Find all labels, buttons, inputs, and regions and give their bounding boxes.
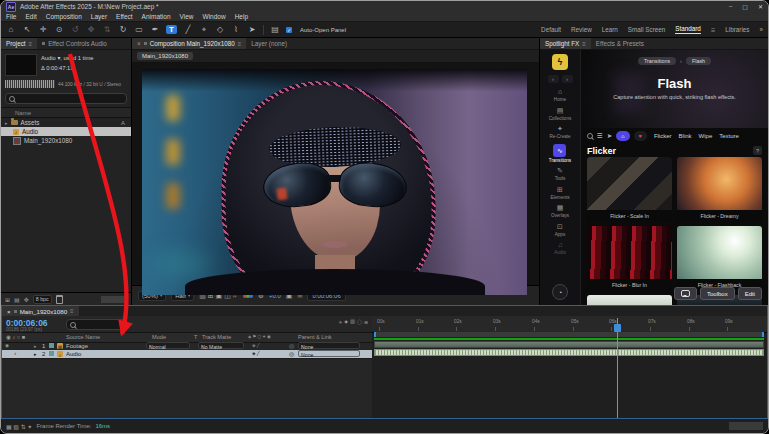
workspace-menu-icon[interactable]: ☰ (711, 27, 715, 33)
column-parent-link[interactable]: Parent & Link (298, 334, 332, 340)
tab-effect-controls[interactable]: Effect Controls Audio (37, 38, 112, 49)
mask-shape-tool-icon[interactable]: ▭ (134, 25, 144, 34)
sidebar-item-apps[interactable]: ⊡ Apps (555, 223, 565, 237)
cursor-icon[interactable]: ➤ (607, 132, 612, 140)
hand-tool-icon[interactable]: ✛ (38, 25, 48, 34)
panel-menu-icon[interactable]: ≡ (70, 308, 74, 314)
filter-tab-texture[interactable]: Texture (719, 133, 739, 139)
menu-layer[interactable]: Layer (91, 13, 107, 20)
menu-file[interactable]: File (6, 13, 16, 20)
brush-tool-icon[interactable]: ╱ (183, 25, 193, 34)
timeline-search-input[interactable] (66, 319, 128, 330)
filter-tab-flicker[interactable]: Flicker (654, 133, 672, 139)
sidebar-item-elements[interactable]: ⊞ Elements (550, 186, 569, 200)
audio-toggle-icon[interactable]: ♪ (14, 350, 16, 358)
bit-depth-button[interactable]: 8 bpc (33, 295, 52, 304)
parent-pickwhip-icon[interactable]: ◎ (289, 342, 294, 350)
tab-layer[interactable]: Layer (none) (246, 38, 292, 49)
workspace-overflow-icon[interactable]: » (759, 26, 763, 33)
breadcrumb-flash[interactable]: Flash (686, 57, 711, 65)
menu-composition[interactable]: Composition (46, 13, 82, 20)
orbit-camera-tool-icon[interactable]: ↺ (70, 25, 80, 34)
layer-color-swatch[interactable] (49, 351, 54, 356)
time-ruler[interactable]: 00s 01s 02s 03s 04s 05s 06s 07s 08s 09s (372, 316, 767, 333)
column-source-name[interactable]: Source Name (66, 334, 100, 340)
status-toggle-icons[interactable]: ▦ ▧ ⇅ ✦ (6, 423, 32, 430)
column-mode[interactable]: Mode (152, 334, 166, 340)
eraser-tool-icon[interactable]: ◇ (215, 25, 225, 34)
puppet-pin-tool-icon[interactable]: ➤ (247, 25, 257, 34)
favorites-button[interactable]: ♥ (634, 131, 647, 141)
workspace-standard[interactable]: Standard (675, 25, 701, 34)
maximize-icon[interactable]: ▢ (742, 3, 748, 10)
blend-mode-dropdown[interactable]: Normal▾ (146, 342, 190, 349)
roto-brush-tool-icon[interactable]: ⌇ (231, 25, 241, 34)
toolbox-button[interactable]: Toolbox (700, 287, 735, 300)
sidebar-item-collections[interactable]: ▤ Collections (549, 107, 571, 121)
edit-button[interactable]: Edit (738, 287, 762, 300)
dolly-camera-tool-icon[interactable]: ⇅ (102, 25, 112, 34)
back-icon[interactable]: ‹ (548, 75, 559, 83)
zoom-tool-icon[interactable]: ⊙ (54, 25, 64, 34)
breadcrumb-transitions[interactable]: Transitions (638, 57, 676, 65)
sidebar-item-audio[interactable]: ♫ Audio (554, 241, 566, 255)
menu-help[interactable]: Help (235, 13, 248, 20)
trash-icon[interactable] (56, 295, 63, 304)
rotation-tool-icon[interactable]: ↻ (118, 25, 128, 34)
viewer-comp-tab[interactable]: Main_1920x1080 (137, 52, 193, 60)
interpret-footage-icon[interactable]: ⊞ (5, 296, 10, 303)
feedback-chat-button[interactable] (674, 287, 697, 300)
tab-timeline-comp[interactable]: × Main_1920x1080 ≡ (2, 306, 79, 316)
panel-menu-icon[interactable]: ≡ (238, 41, 242, 47)
close-tab-icon[interactable]: × (7, 308, 11, 315)
layer-name[interactable]: Footage (66, 342, 88, 350)
flash-category-button[interactable]: ⌂ (616, 131, 629, 141)
sidebar-item-home[interactable]: ⌂ Home (554, 88, 566, 102)
preset-card-flashback[interactable]: Flicker - Flashback (677, 226, 762, 290)
workspace-small-screen[interactable]: Small Screen (628, 26, 665, 33)
layer-color-swatch[interactable] (49, 343, 54, 348)
sidebar-item-overlays[interactable]: ▦ Overlays (551, 204, 569, 218)
search-icon[interactable] (587, 133, 593, 139)
new-folder-icon[interactable]: ▤ (14, 296, 20, 303)
timeline-option-icons[interactable]: ⌖ ✦ ▦ ◇ ⊞ (339, 319, 368, 326)
quality-switch-icon[interactable]: ◈ ╱ (252, 350, 260, 358)
layer-row-audio[interactable]: ♪ ▸ 2 ♪ Audio ◈ ╱ ◎ None▾ (2, 350, 372, 359)
playhead-handle[interactable] (614, 324, 621, 332)
account-avatar[interactable]: ◔ (552, 284, 568, 300)
pen-tool-icon[interactable]: ✒ (150, 25, 160, 34)
sliders-icon[interactable]: ☰ (597, 132, 603, 140)
sidebar-item-tools[interactable]: ✎ Tools (555, 167, 566, 181)
spotlight-logo-icon[interactable]: ϟ (552, 54, 568, 70)
filter-tab-blink[interactable]: Blink (679, 133, 692, 139)
layer-name[interactable]: Audio (66, 350, 81, 358)
filter-tab-wipe[interactable]: Wipe (699, 133, 713, 139)
tab-effects-presets[interactable]: Effects & Presets (591, 38, 649, 49)
menu-window[interactable]: Window (203, 13, 226, 20)
type-tool-icon[interactable]: T (166, 25, 177, 34)
panel-resize-grip[interactable] (101, 296, 127, 303)
workspace-default[interactable]: Default (541, 26, 561, 33)
project-name-column-header[interactable]: Name (1, 107, 131, 118)
workspace-review[interactable]: Review (571, 26, 592, 33)
playhead-line[interactable] (617, 318, 618, 418)
panel-menu-icon[interactable]: ≡ (29, 41, 33, 47)
tab-project[interactable]: Project ≡ (1, 38, 37, 49)
eye-icon[interactable]: ◉ (5, 342, 9, 350)
minimize-icon[interactable]: – (729, 3, 732, 10)
project-search-input[interactable] (5, 93, 127, 104)
project-item-assets-folder[interactable]: ▸ Assets A (1, 118, 131, 127)
panel-icon[interactable]: ▤ (270, 25, 280, 34)
project-settings-icon[interactable]: ✥ (24, 296, 29, 303)
sidebar-item-transitions[interactable]: ∿ Transitions (549, 144, 571, 163)
project-item-main-comp[interactable]: Main_1920x1080 (1, 136, 131, 145)
auto-open-panel-checkbox[interactable]: ✓ (286, 27, 292, 33)
preset-card-blur-in[interactable]: Flicker - Blur In (587, 226, 672, 290)
home-tool-icon[interactable]: ⌂ (6, 25, 16, 34)
tab-composition[interactable]: × Composition Main_1920x1080 ≡ (132, 38, 246, 49)
parent-dropdown[interactable]: None▾ (298, 342, 360, 349)
close-tab-icon[interactable]: × (137, 40, 141, 47)
preset-card-scale-in[interactable]: Flicker - Scale In (587, 157, 672, 221)
workspace-libraries[interactable]: Libraries (725, 26, 749, 33)
workspace-learn[interactable]: Learn (602, 26, 618, 33)
